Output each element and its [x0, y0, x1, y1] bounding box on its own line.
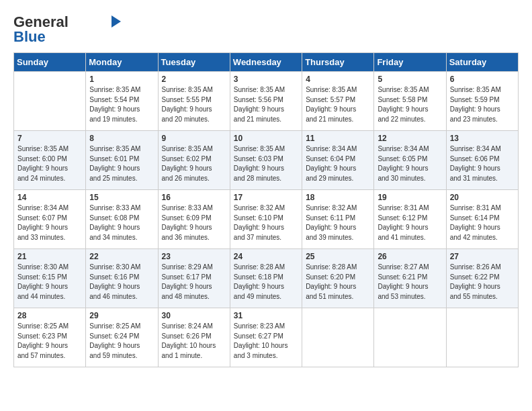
- calendar-cell: 1Sunrise: 8:35 AM Sunset: 5:54 PM Daylig…: [86, 72, 158, 131]
- logo-flag-icon: [102, 15, 121, 28]
- day-number: 20: [450, 193, 515, 202]
- day-number: 7: [17, 134, 82, 143]
- day-number: 8: [89, 134, 154, 143]
- day-info: Sunrise: 8:35 AM Sunset: 6:00 PM Dayligh…: [17, 144, 82, 183]
- day-info: Sunrise: 8:28 AM Sunset: 6:18 PM Dayligh…: [234, 263, 298, 302]
- day-info: Sunrise: 8:25 AM Sunset: 6:23 PM Dayligh…: [17, 322, 82, 361]
- day-info: Sunrise: 8:35 AM Sunset: 5:57 PM Dayligh…: [306, 85, 370, 124]
- col-header-sunday: Sunday: [14, 53, 86, 72]
- day-info: Sunrise: 8:23 AM Sunset: 6:27 PM Dayligh…: [234, 322, 298, 361]
- col-header-thursday: Thursday: [302, 53, 374, 72]
- calendar-cell: 20Sunrise: 8:31 AM Sunset: 6:14 PM Dayli…: [446, 190, 518, 249]
- day-number: 25: [306, 252, 370, 261]
- calendar-cell: 28Sunrise: 8:25 AM Sunset: 6:23 PM Dayli…: [14, 308, 86, 367]
- day-info: Sunrise: 8:25 AM Sunset: 6:24 PM Dayligh…: [89, 322, 154, 361]
- day-number: 28: [17, 311, 82, 320]
- day-info: Sunrise: 8:32 AM Sunset: 6:10 PM Dayligh…: [234, 203, 298, 242]
- day-number: 3: [234, 75, 298, 84]
- calendar-cell: [446, 308, 518, 367]
- day-number: 24: [234, 252, 298, 261]
- day-number: 15: [89, 193, 154, 202]
- calendar-cell: 6Sunrise: 8:35 AM Sunset: 5:59 PM Daylig…: [446, 72, 518, 131]
- calendar-cell: 24Sunrise: 8:28 AM Sunset: 6:18 PM Dayli…: [230, 249, 302, 308]
- calendar-cell: 13Sunrise: 8:34 AM Sunset: 6:06 PM Dayli…: [446, 131, 518, 190]
- calendar-cell: 29Sunrise: 8:25 AM Sunset: 6:24 PM Dayli…: [86, 308, 158, 367]
- day-number: 12: [378, 134, 442, 143]
- calendar-cell: 17Sunrise: 8:32 AM Sunset: 6:10 PM Dayli…: [230, 190, 302, 249]
- calendar-table: SundayMondayTuesdayWednesdayThursdayFrid…: [13, 52, 519, 367]
- day-info: Sunrise: 8:24 AM Sunset: 6:26 PM Dayligh…: [162, 322, 226, 361]
- day-info: Sunrise: 8:34 AM Sunset: 6:06 PM Dayligh…: [450, 144, 515, 183]
- calendar-cell: 5Sunrise: 8:35 AM Sunset: 5:58 PM Daylig…: [374, 72, 446, 131]
- calendar-cell: 9Sunrise: 8:35 AM Sunset: 6:02 PM Daylig…: [158, 131, 230, 190]
- day-number: 21: [17, 252, 82, 261]
- day-number: 27: [450, 252, 515, 261]
- day-info: Sunrise: 8:35 AM Sunset: 5:56 PM Dayligh…: [234, 85, 298, 124]
- day-number: 30: [162, 311, 226, 320]
- day-info: Sunrise: 8:35 AM Sunset: 6:01 PM Dayligh…: [89, 144, 154, 183]
- calendar-cell: 3Sunrise: 8:35 AM Sunset: 5:56 PM Daylig…: [230, 72, 302, 131]
- day-info: Sunrise: 8:31 AM Sunset: 6:12 PM Dayligh…: [378, 203, 442, 242]
- day-info: Sunrise: 8:27 AM Sunset: 6:21 PM Dayligh…: [378, 263, 442, 302]
- day-number: 26: [378, 252, 442, 261]
- calendar-cell: 18Sunrise: 8:32 AM Sunset: 6:11 PM Dayli…: [302, 190, 374, 249]
- calendar-cell: 16Sunrise: 8:33 AM Sunset: 6:09 PM Dayli…: [158, 190, 230, 249]
- day-number: 29: [89, 311, 154, 320]
- calendar-week-4: 21Sunrise: 8:30 AM Sunset: 6:15 PM Dayli…: [14, 249, 519, 308]
- calendar-week-1: 1Sunrise: 8:35 AM Sunset: 5:54 PM Daylig…: [14, 72, 519, 131]
- day-number: 11: [306, 134, 370, 143]
- day-number: 19: [378, 193, 442, 202]
- calendar-cell: 15Sunrise: 8:33 AM Sunset: 6:08 PM Dayli…: [86, 190, 158, 249]
- col-header-wednesday: Wednesday: [230, 53, 302, 72]
- svg-marker-0: [112, 15, 121, 28]
- day-info: Sunrise: 8:30 AM Sunset: 6:16 PM Dayligh…: [89, 263, 154, 302]
- day-info: Sunrise: 8:35 AM Sunset: 5:55 PM Dayligh…: [162, 85, 226, 124]
- day-info: Sunrise: 8:35 AM Sunset: 6:02 PM Dayligh…: [162, 144, 226, 183]
- day-info: Sunrise: 8:35 AM Sunset: 5:54 PM Dayligh…: [89, 85, 154, 124]
- calendar-cell: 2Sunrise: 8:35 AM Sunset: 5:55 PM Daylig…: [158, 72, 230, 131]
- calendar-cell: 25Sunrise: 8:28 AM Sunset: 6:20 PM Dayli…: [302, 249, 374, 308]
- day-info: Sunrise: 8:31 AM Sunset: 6:14 PM Dayligh…: [450, 203, 515, 242]
- day-number: 6: [450, 75, 515, 84]
- calendar-body: 1Sunrise: 8:35 AM Sunset: 5:54 PM Daylig…: [14, 72, 519, 367]
- calendar-cell: [374, 308, 446, 367]
- calendar-cell: 4Sunrise: 8:35 AM Sunset: 5:57 PM Daylig…: [302, 72, 374, 131]
- day-info: Sunrise: 8:33 AM Sunset: 6:08 PM Dayligh…: [89, 203, 154, 242]
- day-info: Sunrise: 8:29 AM Sunset: 6:17 PM Dayligh…: [162, 263, 226, 302]
- day-number: 13: [450, 134, 515, 143]
- calendar-cell: 22Sunrise: 8:30 AM Sunset: 6:16 PM Dayli…: [86, 249, 158, 308]
- day-info: Sunrise: 8:32 AM Sunset: 6:11 PM Dayligh…: [306, 203, 370, 242]
- calendar-week-5: 28Sunrise: 8:25 AM Sunset: 6:23 PM Dayli…: [14, 308, 519, 367]
- day-number: 1: [89, 75, 154, 84]
- day-info: Sunrise: 8:34 AM Sunset: 6:07 PM Dayligh…: [17, 203, 82, 242]
- col-header-friday: Friday: [374, 53, 446, 72]
- day-number: 18: [306, 193, 370, 202]
- logo-blue: Blue: [13, 28, 46, 46]
- calendar-cell: 23Sunrise: 8:29 AM Sunset: 6:17 PM Dayli…: [158, 249, 230, 308]
- day-number: 4: [306, 75, 370, 84]
- day-number: 23: [162, 252, 226, 261]
- day-info: Sunrise: 8:26 AM Sunset: 6:22 PM Dayligh…: [450, 263, 515, 302]
- day-info: Sunrise: 8:35 AM Sunset: 6:03 PM Dayligh…: [234, 144, 298, 183]
- day-number: 14: [17, 193, 82, 202]
- calendar-cell: 10Sunrise: 8:35 AM Sunset: 6:03 PM Dayli…: [230, 131, 302, 190]
- day-number: 16: [162, 193, 226, 202]
- calendar-cell: [302, 308, 374, 367]
- day-number: 10: [234, 134, 298, 143]
- calendar-cell: 19Sunrise: 8:31 AM Sunset: 6:12 PM Dayli…: [374, 190, 446, 249]
- day-number: 22: [89, 252, 154, 261]
- calendar-cell: 26Sunrise: 8:27 AM Sunset: 6:21 PM Dayli…: [374, 249, 446, 308]
- col-header-monday: Monday: [86, 53, 158, 72]
- calendar-header-row: SundayMondayTuesdayWednesdayThursdayFrid…: [14, 53, 519, 72]
- header: General Blue: [13, 13, 519, 46]
- day-number: 17: [234, 193, 298, 202]
- calendar-week-2: 7Sunrise: 8:35 AM Sunset: 6:00 PM Daylig…: [14, 131, 519, 190]
- col-header-tuesday: Tuesday: [158, 53, 230, 72]
- day-info: Sunrise: 8:30 AM Sunset: 6:15 PM Dayligh…: [17, 263, 82, 302]
- day-info: Sunrise: 8:34 AM Sunset: 6:04 PM Dayligh…: [306, 144, 370, 183]
- logo: General Blue: [13, 13, 121, 46]
- day-number: 9: [162, 134, 226, 143]
- col-header-saturday: Saturday: [446, 53, 518, 72]
- day-number: 5: [378, 75, 442, 84]
- calendar-cell: 11Sunrise: 8:34 AM Sunset: 6:04 PM Dayli…: [302, 131, 374, 190]
